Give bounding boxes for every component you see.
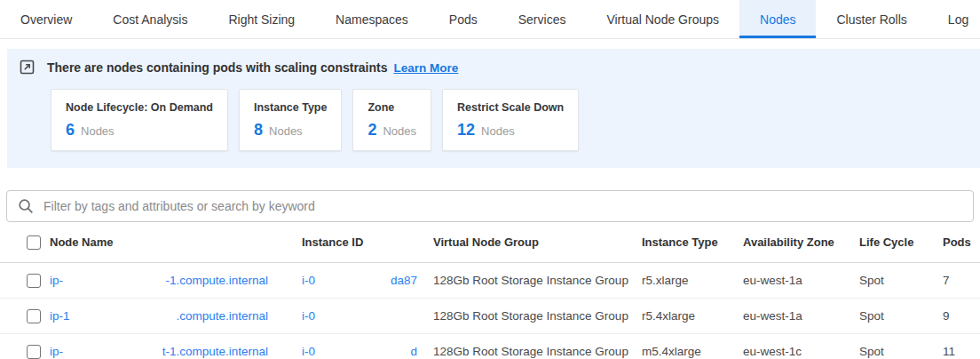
pods-cell: 9 [943,309,980,323]
constraint-cards: Node Lifecycle: On Demand 6 Nodes Instan… [51,89,968,151]
pods-cell: 11 [943,345,980,358]
card-title: Zone [368,101,416,114]
availability-zone-cell: eu-west-1a [743,309,859,323]
life-cycle-cell: Spot [859,345,943,358]
node-name-fragment-end: -1.compute.internal [165,274,268,287]
card-unit: Nodes [81,124,115,138]
card-count: 12 [457,121,475,140]
node-name-fragment-start: ip-1 [50,309,70,323]
availability-zone-cell: eu-west-1c [743,345,859,358]
card-title: Restrict Scale Down [457,101,564,114]
tab-cost-analysis[interactable]: Cost Analysis [92,0,208,38]
virtual-node-group-cell: 128Gb Root Storage Instance Group [433,345,642,358]
column-header-instance-type[interactable]: Instance Type [642,235,743,249]
column-header-life-cycle[interactable]: Life Cycle [859,235,943,249]
tab-services[interactable]: Services [498,0,587,38]
nodes-page: Overview Cost Analysis Right Sizing Name… [0,0,980,359]
card-node-lifecycle-on-demand[interactable]: Node Lifecycle: On Demand 6 Nodes [51,89,228,151]
tab-namespaces[interactable]: Namespaces [315,0,429,38]
node-name-fragment-end: .compute.internal [176,309,268,323]
row-checkbox[interactable] [27,274,41,288]
learn-more-link[interactable]: Learn More [394,61,459,75]
instance-id-link[interactable]: i-0 da87 [302,274,433,287]
scaling-constraint-icon [20,60,36,76]
card-unit: Nodes [269,124,303,138]
table-header-row: Node Name Instance ID Virtual Node Group… [0,222,980,263]
column-header-virtual-node-group[interactable]: Virtual Node Group [433,235,642,249]
tab-pods[interactable]: Pods [429,0,498,38]
banner-message: There are nodes containing pods with sca… [47,60,388,75]
table-row: ip- t-1.compute.internal i-0 d 128Gb Roo… [0,334,980,359]
table-row: ip-1 .compute.internal i-0 128Gb Root St… [0,299,980,334]
tab-virtual-node-groups[interactable]: Virtual Node Groups [586,0,739,38]
filter-search-input[interactable] [43,199,962,213]
node-name-link[interactable]: ip- -1.compute.internal [50,274,302,287]
card-value: 2 Nodes [368,121,416,140]
tab-overview[interactable]: Overview [0,0,92,38]
instance-type-cell: r5.xlarge [642,274,743,287]
node-name-link[interactable]: ip-1 .compute.internal [50,309,302,323]
banner-header: There are nodes containing pods with sca… [20,60,968,76]
instance-type-cell: r5.4xlarge [642,309,743,323]
card-restrict-scale-down[interactable]: Restrict Scale Down 12 Nodes [442,89,579,151]
card-value: 8 Nodes [254,121,327,140]
card-unit: Nodes [383,124,416,138]
tab-cluster-rolls[interactable]: Cluster Rolls [816,0,927,38]
life-cycle-cell: Spot [859,309,943,323]
row-checkbox[interactable] [27,345,41,359]
tab-nodes[interactable]: Nodes [739,0,816,38]
card-title: Node Lifecycle: On Demand [66,101,213,114]
pods-cell: 7 [943,274,980,287]
select-all-checkbox[interactable] [27,235,41,250]
column-header-pods[interactable]: Pods [943,235,980,249]
instance-id-link[interactable]: i-0 [302,309,433,323]
virtual-node-group-cell: 128Gb Root Storage Instance Group [433,274,642,287]
instance-id-fragment-end: d [410,345,417,358]
node-name-fragment-end: t-1.compute.internal [162,345,268,358]
row-checkbox[interactable] [27,309,41,323]
life-cycle-cell: Spot [859,274,943,287]
node-name-fragment-start: ip- [50,345,63,358]
card-instance-type[interactable]: Instance Type 8 Nodes [239,89,342,151]
card-value: 12 Nodes [457,121,564,140]
instance-id-fragment-start: i-0 [302,309,315,323]
instance-type-cell: m5.4xlarge [642,345,743,358]
filter-search-box[interactable] [6,190,974,222]
column-header-instance-id[interactable]: Instance ID [302,235,433,249]
tab-right-sizing[interactable]: Right Sizing [208,0,315,38]
search-icon [18,198,35,215]
card-value: 6 Nodes [66,121,213,140]
availability-zone-cell: eu-west-1a [743,274,859,287]
tab-log[interactable]: Log [928,0,980,38]
instance-id-fragment-end: da87 [391,274,417,287]
cluster-tab-bar: Overview Cost Analysis Right Sizing Name… [0,0,980,39]
card-count: 8 [254,121,263,140]
nodes-table: Node Name Instance ID Virtual Node Group… [0,222,980,359]
node-name-link[interactable]: ip- t-1.compute.internal [50,345,302,358]
column-header-availability-zone[interactable]: Availability Zone [743,235,859,249]
card-count: 6 [66,121,75,140]
card-unit: Nodes [481,124,515,138]
card-title: Instance Type [254,101,327,114]
instance-id-fragment-start: i-0 [302,345,315,358]
node-name-fragment-start: ip- [50,274,63,287]
virtual-node-group-cell: 128Gb Root Storage Instance Group [433,309,642,323]
scaling-constraints-banner: There are nodes containing pods with sca… [7,49,980,168]
table-row: ip- -1.compute.internal i-0 da87 128Gb R… [0,263,980,299]
column-header-node-name[interactable]: Node Name [50,235,302,249]
instance-id-fragment-start: i-0 [302,274,315,287]
card-count: 2 [368,121,376,140]
card-zone[interactable]: Zone 2 Nodes [352,89,431,151]
instance-id-link[interactable]: i-0 d [302,345,433,358]
